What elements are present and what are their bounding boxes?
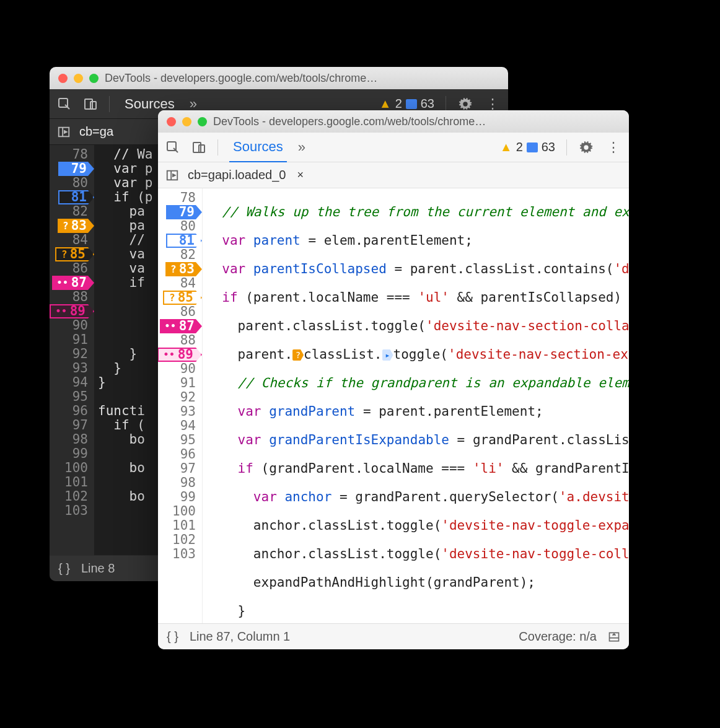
- breakpoint-marker[interactable]: 81: [58, 190, 94, 204]
- breakpoint-marker[interactable]: ?83: [165, 262, 202, 276]
- line-number[interactable]: 97: [50, 418, 94, 432]
- tab-sources[interactable]: Sources: [229, 133, 287, 163]
- line-number[interactable]: 90: [158, 362, 202, 376]
- line-number[interactable]: 95: [50, 390, 94, 404]
- column-breakpoint-icon[interactable]: ▸: [382, 349, 393, 361]
- line-number[interactable]: 93: [158, 405, 202, 419]
- line-number[interactable]: 100: [158, 504, 202, 519]
- editor[interactable]: 7879808182?8384?8586••8788••899091929394…: [158, 188, 629, 623]
- line-number[interactable]: 82: [158, 248, 202, 262]
- line-number[interactable]: 99: [158, 490, 202, 504]
- minimize-dot[interactable]: [182, 117, 191, 126]
- line-number[interactable]: 81: [50, 190, 94, 204]
- drawer-toggle-icon[interactable]: [608, 631, 620, 643]
- line-number[interactable]: 99: [50, 447, 94, 461]
- breakpoint-marker[interactable]: ••89: [50, 304, 94, 318]
- breakpoint-marker[interactable]: ••89: [158, 348, 202, 362]
- line-number[interactable]: 101: [158, 519, 202, 533]
- line-number[interactable]: 97: [158, 462, 202, 476]
- line-number[interactable]: 79: [50, 162, 94, 176]
- console-counts[interactable]: ▲ 2 63: [379, 97, 434, 111]
- zoom-dot[interactable]: [198, 117, 207, 126]
- breakpoint-marker[interactable]: 81: [166, 234, 202, 248]
- line-number[interactable]: 94: [50, 375, 94, 390]
- gutter[interactable]: 7879808182?8384?8586••8788••899091929394…: [158, 188, 203, 623]
- line-number[interactable]: 88: [158, 333, 202, 348]
- line-number[interactable]: 98: [158, 476, 202, 490]
- zoom-dot[interactable]: [89, 74, 99, 83]
- line-number[interactable]: 78: [158, 191, 202, 205]
- minimize-dot[interactable]: [74, 74, 83, 83]
- more-menu-icon[interactable]: ⋮: [605, 139, 621, 156]
- select-element-icon[interactable]: [57, 97, 72, 112]
- line-number[interactable]: ?85: [50, 247, 94, 261]
- line-number[interactable]: ••89: [50, 304, 94, 318]
- more-menu-icon[interactable]: ⋮: [485, 96, 501, 112]
- breakpoint-marker[interactable]: ?83: [58, 219, 94, 233]
- line-number[interactable]: 95: [158, 433, 202, 447]
- breakpoint-marker[interactable]: ?85: [163, 291, 202, 305]
- line-number[interactable]: 94: [158, 419, 202, 433]
- line-number[interactable]: ?83: [158, 262, 202, 276]
- line-number[interactable]: 84: [50, 233, 94, 247]
- more-tabs-icon[interactable]: »: [190, 96, 197, 112]
- pretty-print-icon[interactable]: { }: [167, 629, 178, 644]
- more-tabs-icon[interactable]: »: [298, 139, 305, 156]
- line-number[interactable]: 96: [158, 447, 202, 462]
- settings-icon[interactable]: [578, 139, 594, 156]
- line-number[interactable]: 102: [50, 489, 94, 504]
- line-number[interactable]: ?83: [50, 219, 94, 233]
- device-toolbar-icon[interactable]: [191, 140, 206, 155]
- column-breakpoint-icon[interactable]: ?: [292, 349, 304, 361]
- gutter[interactable]: 7879808182?8384?8586••8788••899091929394…: [50, 145, 94, 555]
- close-dot[interactable]: [58, 74, 68, 83]
- line-number[interactable]: 92: [50, 347, 94, 361]
- close-file-icon[interactable]: ×: [294, 169, 306, 182]
- breakpoint-marker[interactable]: 79: [166, 205, 202, 219]
- line-number[interactable]: 80: [158, 219, 202, 234]
- navigator-toggle-icon[interactable]: [57, 125, 71, 139]
- titlebar[interactable]: DevTools - developers.google.com/web/too…: [158, 110, 629, 133]
- line-number[interactable]: 86: [158, 305, 202, 319]
- filename[interactable]: cb=ga: [79, 125, 113, 139]
- console-counts[interactable]: ▲ 2 63: [500, 140, 555, 154]
- titlebar[interactable]: DevTools - developers.google.com/web/too…: [50, 67, 508, 89]
- line-number[interactable]: 102: [158, 533, 202, 547]
- line-number[interactable]: ?85: [158, 291, 202, 305]
- breakpoint-marker[interactable]: ?85: [55, 247, 94, 261]
- line-number[interactable]: 100: [50, 461, 94, 475]
- breakpoint-marker[interactable]: ••87: [52, 276, 94, 290]
- line-number[interactable]: 91: [158, 376, 202, 390]
- line-number[interactable]: 103: [158, 547, 202, 561]
- line-number[interactable]: 98: [50, 432, 94, 447]
- line-number[interactable]: 86: [50, 261, 94, 276]
- line-number[interactable]: ••89: [158, 348, 202, 362]
- line-number[interactable]: 79: [158, 205, 202, 219]
- line-number[interactable]: 103: [50, 504, 94, 518]
- breakpoint-marker[interactable]: 79: [58, 162, 94, 176]
- line-number[interactable]: 78: [50, 147, 94, 162]
- statusbar: { } Line 87, Column 1 Coverage: n/a: [158, 623, 629, 649]
- pretty-print-icon[interactable]: { }: [58, 561, 70, 576]
- line-number[interactable]: 88: [50, 290, 94, 304]
- line-number[interactable]: 96: [50, 404, 94, 418]
- line-number[interactable]: ••87: [158, 319, 202, 333]
- line-number[interactable]: 80: [50, 176, 94, 190]
- device-toolbar-icon[interactable]: [83, 97, 98, 112]
- breakpoint-marker[interactable]: ••87: [160, 319, 202, 333]
- line-number[interactable]: 91: [50, 333, 94, 347]
- filename[interactable]: cb=gapi.loaded_0: [188, 168, 286, 182]
- navigator-toggle-icon[interactable]: [165, 169, 179, 182]
- line-number[interactable]: 101: [50, 475, 94, 489]
- line-number[interactable]: 92: [158, 390, 202, 405]
- line-number[interactable]: 81: [158, 234, 202, 248]
- select-element-icon[interactable]: [165, 140, 180, 155]
- line-number[interactable]: 90: [50, 318, 94, 333]
- close-dot[interactable]: [167, 117, 176, 126]
- line-number[interactable]: 84: [158, 276, 202, 291]
- line-number[interactable]: 93: [50, 361, 94, 375]
- line-number[interactable]: ••87: [50, 276, 94, 290]
- line-number[interactable]: 82: [50, 204, 94, 219]
- settings-icon[interactable]: [457, 96, 473, 112]
- code-area[interactable]: // Walks up the tree from the current el…: [203, 188, 629, 623]
